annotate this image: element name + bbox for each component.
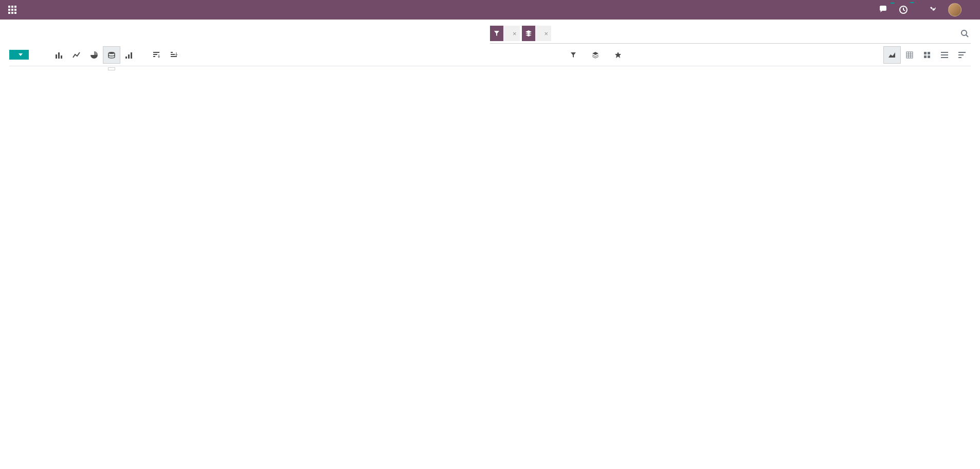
filters-button[interactable] (570, 51, 579, 59)
activity-badge (910, 2, 914, 3)
svg-rect-15 (906, 52, 913, 58)
sort-asc-icon[interactable] (120, 46, 138, 64)
svg-rect-29 (958, 57, 961, 58)
search-bar: × × (490, 26, 971, 41)
chart-svg (0, 66, 980, 467)
caret-down-icon (19, 53, 23, 56)
svg-point-5 (108, 52, 115, 54)
graph-view-icon[interactable] (883, 46, 901, 64)
svg-rect-22 (924, 55, 927, 58)
svg-rect-24 (941, 52, 948, 53)
sort-asc2-icon[interactable] (166, 46, 183, 64)
svg-rect-13 (171, 54, 175, 55)
close-icon[interactable]: × (541, 30, 552, 37)
sort-desc-icon[interactable] (148, 46, 166, 64)
svg-rect-3 (58, 52, 60, 59)
chart-type-group (50, 46, 183, 64)
navbar (0, 0, 980, 20)
svg-rect-27 (958, 52, 966, 53)
avatar[interactable] (948, 3, 961, 16)
svg-rect-2 (56, 54, 57, 59)
svg-rect-28 (958, 54, 964, 55)
close-icon[interactable]: × (510, 30, 520, 37)
toolbar (9, 44, 971, 66)
stacked-icon[interactable] (103, 46, 120, 64)
svg-rect-6 (125, 57, 127, 59)
svg-rect-11 (153, 56, 155, 57)
list-view-icon[interactable] (936, 46, 953, 64)
svg-rect-8 (131, 52, 132, 59)
svg-rect-4 (61, 55, 62, 59)
svg-rect-10 (153, 54, 157, 55)
view-switcher (883, 46, 971, 64)
svg-rect-9 (153, 52, 159, 53)
svg-rect-14 (171, 56, 177, 57)
measures-button[interactable] (9, 50, 29, 60)
tooltip (108, 67, 115, 70)
svg-rect-12 (171, 52, 173, 53)
chart (0, 66, 980, 467)
pie-chart-icon[interactable] (85, 46, 103, 64)
search-input[interactable] (551, 27, 958, 40)
funnel-icon (490, 26, 503, 41)
search-icon[interactable] (958, 29, 971, 37)
filter-facet: × (490, 26, 520, 41)
svg-rect-25 (941, 54, 948, 55)
svg-rect-20 (924, 52, 927, 54)
svg-rect-7 (128, 54, 130, 59)
line-chart-icon[interactable] (68, 46, 85, 64)
favorites-button[interactable] (614, 51, 625, 59)
debug-icon[interactable] (929, 5, 938, 14)
activity-view-icon[interactable] (953, 46, 971, 64)
groupby-facet: × (522, 26, 552, 41)
apps-icon[interactable] (8, 6, 16, 14)
svg-rect-21 (928, 52, 930, 54)
messages-icon[interactable] (879, 6, 888, 14)
layers-icon (522, 26, 535, 41)
svg-rect-23 (928, 55, 930, 58)
groupby-button[interactable] (592, 51, 602, 59)
messages-badge (891, 3, 895, 4)
activity-icon[interactable] (899, 5, 908, 14)
svg-point-1 (961, 30, 967, 35)
kanban-view-icon[interactable] (918, 46, 936, 64)
bar-chart-icon[interactable] (50, 46, 68, 64)
svg-rect-26 (941, 57, 948, 58)
pivot-view-icon[interactable] (901, 46, 918, 64)
